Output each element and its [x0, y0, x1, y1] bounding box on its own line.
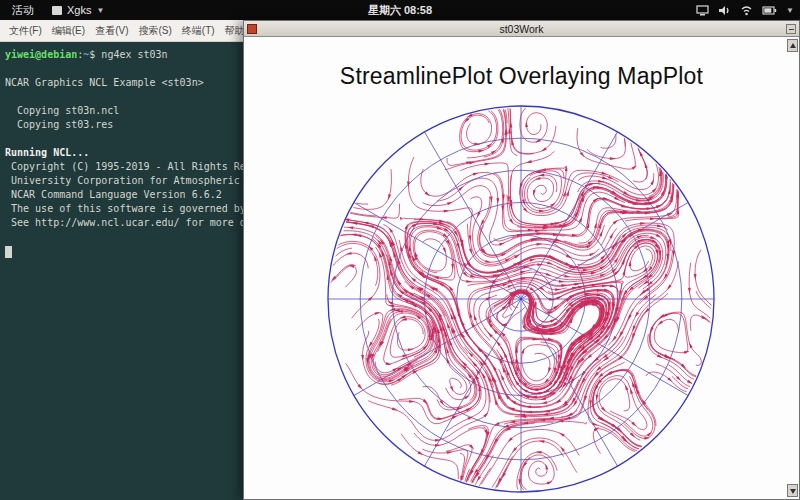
terminal-line — [5, 90, 238, 104]
terminal-line: University Corporation for Atmospheric R… — [5, 174, 238, 188]
close-button[interactable] — [247, 24, 257, 34]
volume-icon — [718, 5, 731, 16]
display-icon — [696, 5, 709, 16]
graphics-window: st03Work StreamlinePlot Overlaying MapPl… — [243, 20, 800, 500]
terminal-line: NCAR Command Language Version 6.6.2 — [5, 188, 238, 202]
terminal-menu-item-1[interactable]: 编辑(E) — [47, 21, 90, 41]
terminal-menu-item-5[interactable]: 帮助(H) — [220, 21, 243, 41]
terminal-line: NCAR Graphics NCL Example <st03n> — [5, 76, 238, 90]
terminal-line — [5, 230, 238, 244]
terminal-line: Copying st03.res — [5, 118, 238, 132]
terminal-line: See http://www.ncl.ucar.edu/ for more de… — [5, 216, 238, 230]
scroll-up-button[interactable] — [787, 39, 798, 52]
terminal-line: Copying st03n.ncl — [5, 104, 238, 118]
graphics-window-titlebar[interactable]: st03Work — [244, 21, 799, 37]
chevron-down-icon: ▼ — [786, 6, 794, 15]
terminal-menu-item-3[interactable]: 搜索(S) — [133, 21, 176, 41]
terminal-line: yiwei@debian:~$ ng4ex st03n — [5, 48, 238, 62]
terminal-line — [5, 62, 238, 76]
battery-icon — [762, 5, 777, 16]
network-icon — [740, 5, 753, 16]
terminal-line: Running NCL... — [5, 146, 238, 160]
terminal-line — [5, 132, 238, 146]
graphics-window-title: st03Work — [499, 23, 543, 35]
terminal-line: The use of this software is governed by … — [5, 202, 238, 216]
scroll-down-button[interactable] — [787, 484, 798, 497]
plot-svg — [244, 37, 799, 499]
top-bar: 活动 Xgks ▼ 星期六 08:58 — [0, 0, 800, 20]
terminal-line: Copyright (C) 1995-2019 - All Rights Res… — [5, 160, 238, 174]
desktop: 活动 Xgks ▼ 星期六 08:58 — [0, 0, 800, 500]
terminal-line — [5, 244, 238, 258]
system-status-area[interactable]: ▼ — [696, 0, 794, 20]
terminal-menu-item-4[interactable]: 终端(T) — [177, 21, 220, 41]
plot-canvas: StreamlinePlot Overlaying MapPlot — [244, 37, 799, 499]
terminal-menu-item-0[interactable]: 文件(F) — [4, 21, 47, 41]
window-menu-button[interactable] — [786, 24, 796, 34]
terminal-body[interactable]: yiwei@debian:~$ ng4ex st03n NCAR Graphic… — [0, 42, 243, 264]
terminal-window: 文件(F)编辑(E)查看(V)搜索(S)终端(T)帮助(H) yiwei@deb… — [0, 20, 243, 500]
terminal-menu-item-2[interactable]: 查看(V) — [90, 21, 133, 41]
clock[interactable]: 星期六 08:58 — [0, 3, 800, 18]
terminal-menubar: 文件(F)编辑(E)查看(V)搜索(S)终端(T)帮助(H) — [0, 20, 243, 42]
